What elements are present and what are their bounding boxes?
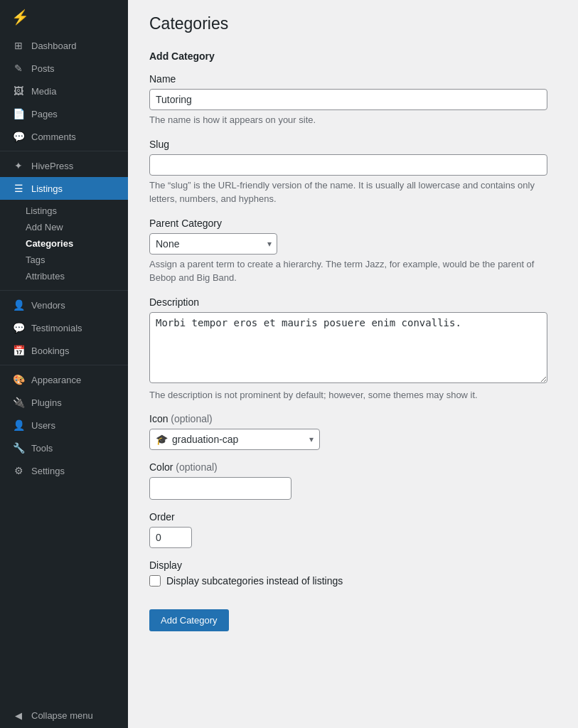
description-hint: The description is not prominent by defa…	[149, 388, 547, 402]
sidebar-item-label: Posts	[31, 63, 55, 74]
sidebar-item-users[interactable]: 👤 Users	[0, 414, 128, 437]
parent-select-wrap: None ▾	[149, 233, 277, 255]
listings-icon: ☰	[11, 183, 26, 194]
sidebar-item-label: HivePress	[31, 161, 73, 171]
slug-input[interactable]	[149, 154, 547, 176]
chevron-down-icon: ▾	[309, 434, 314, 444]
name-group: Name The name is how it appears on your …	[149, 73, 557, 127]
sidebar-item-tools[interactable]: 🔧 Tools	[0, 437, 128, 459]
icon-group: Icon (optional) 🎓 graduation-cap ▾	[149, 413, 557, 450]
pages-icon: 📄	[11, 108, 26, 119]
order-input[interactable]	[149, 527, 192, 548]
parent-category-label: Parent Category	[149, 218, 557, 229]
display-checkbox-row: Display subcategories instead of listing…	[149, 575, 557, 587]
display-checkbox-label[interactable]: Display subcategories instead of listing…	[166, 575, 343, 587]
slug-label: Slug	[149, 139, 557, 150]
display-label: Display	[149, 560, 557, 571]
dashboard-icon: ⊞	[11, 40, 26, 51]
sidebar-item-label: Media	[31, 86, 56, 97]
add-category-form: Add Category Name The name is how it app…	[149, 50, 557, 631]
sidebar-item-label: Dashboard	[31, 41, 77, 51]
parent-category-select[interactable]: None	[149, 233, 277, 255]
divider-1	[0, 151, 128, 151]
description-group: Description Morbi tempor eros et mauris …	[149, 296, 557, 402]
sidebar-item-label: Comments	[31, 132, 76, 142]
icon-label: Icon (optional)	[149, 413, 557, 424]
sidebar-item-appearance[interactable]: 🎨 Appearance	[0, 368, 128, 391]
parent-hint: Assign a parent term to create a hierarc…	[149, 257, 547, 285]
parent-category-group: Parent Category None ▾ Assign a parent t…	[149, 218, 557, 285]
users-icon: 👤	[11, 419, 26, 431]
sidebar-item-label: Plugins	[31, 397, 62, 408]
sidebar-item-posts[interactable]: ✎ Posts	[0, 57, 128, 80]
sidebar-subitem-listings[interactable]: Listings	[26, 203, 128, 219]
description-textarea[interactable]: Morbi tempor eros et mauris posuere enim…	[149, 312, 547, 383]
color-label: Color (optional)	[149, 461, 557, 473]
collapse-menu[interactable]: ◀ Collapse menu	[0, 703, 128, 728]
sidebar-item-bookings[interactable]: 📅 Bookings	[0, 339, 128, 362]
slug-hint: The “slug” is the URL-friendly version o…	[149, 178, 547, 206]
sidebar-subitem-attributes[interactable]: Attributes	[26, 268, 128, 284]
slug-group: Slug The “slug” is the URL-friendly vers…	[149, 139, 557, 206]
settings-icon: ⚙	[11, 465, 26, 476]
listings-subitems: Listings Add New Categories Tags Attribu…	[0, 200, 128, 287]
color-optional: (optional)	[176, 461, 217, 473]
media-icon: 🖼	[11, 85, 26, 97]
display-checkbox[interactable]	[149, 575, 161, 587]
sidebar-item-label: Appearance	[31, 375, 81, 385]
main-content: Categories Add Category Name The name is…	[128, 0, 578, 728]
appearance-icon: 🎨	[11, 374, 26, 385]
description-label: Description	[149, 296, 557, 308]
collapse-label: Collapse menu	[31, 710, 93, 721]
add-category-button[interactable]: Add Category	[149, 609, 229, 631]
sidebar-item-label: Pages	[31, 109, 58, 119]
icon-optional: (optional)	[171, 413, 212, 424]
sidebar-item-label: Listings	[31, 183, 63, 194]
bookings-icon: 📅	[11, 345, 26, 356]
divider-2	[0, 290, 128, 291]
sidebar-item-plugins[interactable]: 🔌 Plugins	[0, 391, 128, 414]
icon-select-value: graduation-cap	[172, 434, 238, 445]
plugins-icon: 🔌	[11, 397, 26, 408]
sidebar-item-settings[interactable]: ⚙ Settings	[0, 459, 128, 482]
sidebar-item-label: Users	[31, 420, 55, 431]
sidebar-item-label: Testimonials	[31, 323, 82, 333]
form-heading: Add Category	[149, 50, 557, 62]
sidebar-subitem-add-new[interactable]: Add New	[26, 219, 128, 235]
sidebar-item-testimonials[interactable]: 💬 Testimonials	[0, 316, 128, 339]
divider-3	[0, 365, 128, 365]
sidebar-item-label: Settings	[31, 466, 65, 476]
name-input[interactable]	[149, 89, 547, 110]
sidebar-item-media[interactable]: 🖼 Media	[0, 80, 128, 102]
tools-icon: 🔧	[11, 442, 26, 454]
color-group: Color (optional)	[149, 461, 557, 500]
hivepress-icon: ✦	[11, 160, 26, 171]
sidebar-item-label: Bookings	[31, 346, 69, 356]
sidebar-subitem-tags[interactable]: Tags	[26, 252, 128, 268]
sidebar-item-pages[interactable]: 📄 Pages	[0, 102, 128, 125]
sidebar-subitem-categories[interactable]: Categories	[26, 235, 128, 252]
sidebar-item-vendors[interactable]: 👤 Vendors	[0, 294, 128, 316]
wp-logo-icon: ⚡	[11, 9, 29, 26]
order-label: Order	[149, 511, 557, 523]
graduation-cap-icon: 🎓	[156, 434, 168, 445]
posts-icon: ✎	[11, 63, 26, 74]
sidebar-item-comments[interactable]: 💬 Comments	[0, 125, 128, 148]
order-group: Order	[149, 511, 557, 548]
sidebar-item-label: Tools	[31, 443, 53, 454]
collapse-icon: ◀	[11, 710, 26, 721]
comments-icon: 💬	[11, 131, 26, 142]
sidebar-item-hivepress[interactable]: ✦ HivePress	[0, 154, 128, 177]
name-hint: The name is how it appears on your site.	[149, 113, 547, 127]
icon-select-wrap[interactable]: 🎓 graduation-cap ▾	[149, 429, 320, 450]
sidebar: ⚡ ⊞ Dashboard ✎ Posts 🖼 Media 📄 Pages 💬 …	[0, 0, 128, 728]
display-group: Display Display subcategories instead of…	[149, 560, 557, 587]
color-input[interactable]	[149, 477, 291, 500]
sidebar-nav: ⊞ Dashboard ✎ Posts 🖼 Media 📄 Pages 💬 Co…	[0, 34, 128, 703]
vendors-icon: 👤	[11, 299, 26, 311]
page-title: Categories	[149, 14, 557, 33]
sidebar-item-listings[interactable]: ☰ Listings	[0, 177, 128, 200]
testimonials-icon: 💬	[11, 322, 26, 333]
sidebar-item-dashboard[interactable]: ⊞ Dashboard	[0, 34, 128, 57]
wp-logo: ⚡	[0, 0, 128, 34]
